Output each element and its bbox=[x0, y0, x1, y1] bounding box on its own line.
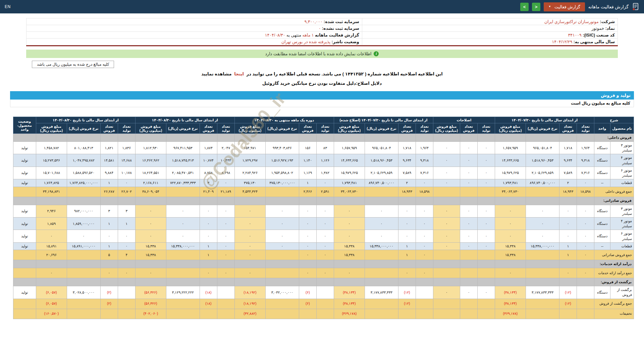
table-row: موتور ۶ سیلندردستگاه۰۰۰۰۰۰۰۰۰۰۰۰۰۰۰۰۰۰۰۰… bbox=[13, 230, 634, 242]
value-cell: ۱,۷۶۴,۸۲۵,۰۰۰,۰۰۰ bbox=[67, 179, 100, 187]
value-cell: ۰ bbox=[416, 217, 433, 230]
value-cell: ۰ bbox=[416, 250, 433, 260]
section-label-cell: فروش صادراتی: bbox=[594, 197, 634, 205]
value-cell: ۰ bbox=[334, 217, 365, 230]
report-period-value: ۱ ماهه bbox=[303, 33, 314, 38]
value-cell: ۰ bbox=[217, 217, 234, 230]
value-cell: ۰ bbox=[316, 217, 334, 230]
value-cell: ۲,۱۰۵,۶۲۹,۸۵۹ bbox=[365, 167, 398, 179]
value-cell: ۸۰۱,۰۸۸,۴۱۳ bbox=[67, 142, 100, 154]
empty-cell bbox=[433, 134, 460, 142]
value-cell: ۱۵,۲۷۳,۵۳۶ bbox=[36, 154, 67, 167]
empty-cell bbox=[559, 278, 577, 286]
empty-cell bbox=[265, 197, 299, 205]
empty-cell bbox=[299, 260, 316, 268]
value-cell: ۱۵,۳۳۸ bbox=[495, 242, 526, 250]
value-cell bbox=[460, 250, 477, 260]
value-cell bbox=[299, 309, 316, 319]
value-cell: ۱ bbox=[100, 217, 118, 230]
empty-cell bbox=[316, 134, 334, 142]
value-cell: ۱,۳۸۲ bbox=[316, 167, 334, 179]
value-cell: ۰ bbox=[334, 268, 365, 278]
unit-cell: دستگاه bbox=[594, 142, 610, 154]
value-cell: ۹۸۲,۰۰۰,۰۰۰ bbox=[67, 205, 100, 217]
language-toggle[interactable]: EN bbox=[5, 4, 11, 9]
value-cell: (۳۸,۱۳۴) bbox=[334, 286, 365, 299]
value-cell: ۰ bbox=[495, 205, 526, 217]
amendment-notice: این اطلاعیه اصلاحیه اطلاعیه شماره ( ۱۴۴۱… bbox=[0, 71, 644, 76]
value-cell: ۰ bbox=[526, 205, 559, 217]
report-type-dropdown[interactable]: گزارش فعالیت ▼ bbox=[544, 2, 585, 11]
value-cell: ۱,۵۱۶,۹۲۷,۱۹۳ bbox=[265, 154, 299, 167]
value-cell: ۱۵,۹۷۹,۶۲۵ bbox=[334, 167, 365, 179]
value-cell: ۴ bbox=[118, 250, 135, 260]
value-cell: ۰ bbox=[118, 242, 135, 250]
value-cell: (۶) bbox=[299, 299, 316, 309]
value-cell: ۹,۸۸۴ bbox=[100, 167, 118, 179]
value-cell: ۲ bbox=[398, 179, 416, 187]
company-link[interactable]: موتورسازان تراکتورسازي ایران bbox=[544, 19, 599, 24]
fiscal-year-label: سال مالی منتهی به: bbox=[574, 40, 615, 44]
value-cell: ۱,۰۴۷,۴۹۵,۷۸۲ bbox=[67, 154, 100, 167]
empty-cell bbox=[299, 197, 316, 205]
value-cell: ۱,۸۳۶ bbox=[118, 142, 135, 154]
value-cell: ۱,۵۱۸,۹۶۰,۴۵۳ bbox=[365, 154, 398, 167]
symbol-label: نماد: bbox=[605, 26, 615, 31]
product-name-cell: موتور ۶ سیلندر bbox=[610, 167, 634, 179]
value-cell bbox=[67, 309, 100, 319]
value-cell: ۲۰,۶۹۶ bbox=[36, 250, 67, 260]
value-cell bbox=[477, 299, 495, 309]
empty-cell bbox=[559, 134, 577, 142]
value-cell bbox=[526, 268, 559, 278]
value-cell: (۱۲) bbox=[559, 299, 577, 309]
value-cell: ۰ bbox=[299, 250, 316, 260]
empty-cell bbox=[477, 134, 495, 142]
value-cell: ۱۰,۷۷۴ bbox=[200, 154, 217, 167]
empty-cell bbox=[67, 197, 100, 205]
next-report-button[interactable]: > bbox=[520, 3, 529, 11]
empty-cell bbox=[217, 278, 234, 286]
value-cell: ۰ bbox=[200, 205, 217, 217]
value-cell: ۰ bbox=[299, 217, 316, 230]
status-cell: تولید bbox=[13, 179, 36, 187]
value-cell: ۰ bbox=[36, 230, 67, 242]
empty-cell bbox=[398, 260, 416, 268]
empty-cell bbox=[460, 260, 477, 268]
previous-version-link[interactable]: اینجا bbox=[234, 71, 244, 76]
section-label-cell: درآمد ارائه خدمات: bbox=[594, 260, 634, 268]
value-cell: ۰ bbox=[234, 268, 265, 278]
column-header: تعداد تولید bbox=[316, 123, 334, 134]
status-cell: تولید bbox=[13, 230, 36, 242]
value-cell: ۱,۱۶۹ bbox=[299, 167, 316, 179]
value-cell bbox=[526, 299, 559, 309]
value-cell: ۱۸,۵۹۸ bbox=[416, 187, 433, 197]
value-cell bbox=[460, 299, 477, 309]
value-cell: (۳۶۹,۱۷۸) bbox=[334, 309, 365, 319]
value-cell: ۸,۷۵۸ bbox=[200, 167, 217, 179]
column-header: تعداد تولید bbox=[577, 123, 594, 134]
empty-cell bbox=[100, 197, 118, 205]
value-cell bbox=[398, 309, 416, 319]
column-header: مبلغ فروش (میلیون ریال) bbox=[433, 123, 460, 134]
company-cell: شرکت: موتورسازان تراکتورسازي ایران bbox=[362, 18, 618, 25]
value-cell: ۹۹۳,۴۰۳,۸۴۶ bbox=[265, 142, 299, 154]
value-cell: ۴,۵۴۴,۳۲۴ bbox=[234, 187, 265, 197]
unit-cell: دستگاه bbox=[594, 205, 610, 217]
value-cell: ۰ bbox=[433, 286, 460, 299]
value-cell: ۰ bbox=[577, 205, 594, 217]
value-cell: ۱۰,۱۷۸ bbox=[118, 167, 135, 179]
column-group-header: دوره یک ماهه منتهی به ۱۴۰۴/۰۸/۳۰ bbox=[234, 117, 334, 123]
value-cell: ۱۴,۵۸۱ bbox=[100, 154, 118, 167]
amendment-reason: دلایل اصلاح:دلیل متفاوت بودن نرخ میانگین… bbox=[0, 81, 644, 86]
table-row: قطعات--۰۱۱۵,۳۳۸,۰۰۰,۰۰۰۱۵,۳۳۸۰۰۰۰۱۱۵,۳۳۸… bbox=[13, 242, 634, 250]
value-cell: ۱,۹۶۴ bbox=[577, 142, 594, 154]
value-cell bbox=[577, 309, 594, 319]
prev-report-button[interactable]: < bbox=[532, 3, 540, 11]
value-cell: ۰ bbox=[316, 179, 334, 187]
value-cell bbox=[433, 250, 460, 260]
value-cell: ۱ bbox=[299, 179, 316, 187]
value-cell: ۲,۱۰۵,۶۲۹,۸۵۹ bbox=[526, 167, 559, 179]
empty-cell bbox=[433, 260, 460, 268]
table-row: تخفیفات(۳۶۹,۱۷۸)(۳۶۹,۱۷۸)(۳۲,۸۸۲)(۴۰۲,۰۶… bbox=[13, 309, 634, 319]
empty-cell bbox=[559, 197, 577, 205]
